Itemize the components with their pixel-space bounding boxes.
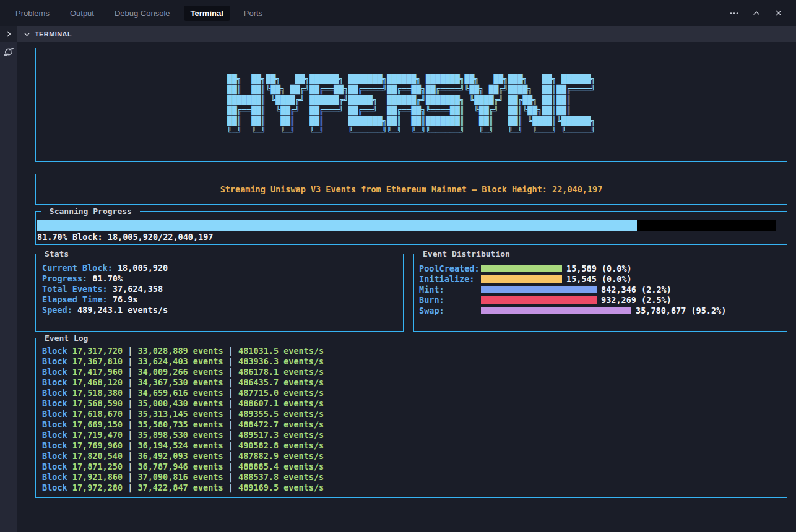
event-log-row: Block 17,871,250 | 36,787,946 events | 4… <box>42 461 781 472</box>
log-separator: | <box>123 483 137 492</box>
tab-terminal[interactable]: Terminal <box>184 6 230 21</box>
tab-problems[interactable]: Problems <box>9 6 56 21</box>
distribution-bar <box>481 296 597 304</box>
log-rate: 483936.3 events/s <box>238 356 324 366</box>
log-separator: | <box>223 419 238 429</box>
log-block-number: 17,820,540 <box>67 451 123 461</box>
scan-progress-fill <box>37 220 637 231</box>
stats-distribution-row: Stats Current Block: 18,005,920Progress:… <box>35 254 787 332</box>
event-log-box: Event Log Block 17,317,720 | 33,028,889 … <box>35 338 787 498</box>
log-separator: | <box>123 409 137 419</box>
log-separator: | <box>223 377 238 387</box>
hypersync-ascii-art: ██╗ ██╗██╗ ██╗██████╗ ███████╗██████╗ ██… <box>227 74 595 137</box>
event-distribution-box: Event Distribution PoolCreated:15,589 (0… <box>413 254 787 332</box>
log-events: 35,000,430 events <box>137 398 223 408</box>
log-events: 35,898,530 events <box>137 430 223 440</box>
distribution-bar <box>481 307 631 314</box>
streaming-message: Streaming Uniswap V3 Events from Ethereu… <box>220 184 603 194</box>
maximize-panel-icon[interactable] <box>751 8 761 18</box>
distribution-row: Initialize:15,545 (0.0%) <box>419 273 782 284</box>
distribution-value: 15,545 (0.0%) <box>566 274 632 284</box>
log-block-number: 17,972,280 <box>67 483 123 492</box>
log-events: 37,090,816 events <box>137 472 223 482</box>
distribution-label: Mint: <box>419 285 481 294</box>
log-events: 34,009,266 events <box>137 367 223 377</box>
log-separator: | <box>123 430 137 440</box>
close-panel-icon[interactable] <box>774 8 784 18</box>
distribution-row: Swap:35,780,677 (95.2%) <box>419 305 782 315</box>
more-actions-icon[interactable] <box>729 8 739 18</box>
log-block-number: 17,367,810 <box>67 356 123 366</box>
terminal-side-rail <box>0 26 17 532</box>
log-block-label: Block <box>42 398 67 408</box>
stat-row: Progress: 81.70% <box>42 273 397 284</box>
terminal-output-area[interactable]: ██╗ ██╗██╗ ██╗██████╗ ███████╗██████╗ ██… <box>17 42 796 532</box>
expand-tabs-list-icon[interactable] <box>5 30 12 38</box>
stat-value: 489,243.1 events/s <box>72 305 168 315</box>
terminal-section-header: TERMINAL <box>17 26 796 42</box>
log-block-number: 17,618,670 <box>67 409 123 419</box>
log-rate: 489355.5 events/s <box>238 409 324 419</box>
event-log-row: Block 17,468,120 | 34,367,530 events | 4… <box>42 377 781 388</box>
stat-label: Speed: <box>42 305 72 315</box>
log-separator: | <box>223 409 238 419</box>
stat-row: Current Block: 18,005,920 <box>42 263 397 273</box>
collapse-terminal-icon[interactable] <box>24 31 30 38</box>
log-separator: | <box>223 451 238 461</box>
log-separator: | <box>123 356 137 366</box>
log-separator: | <box>123 388 137 398</box>
hypersync-banner-box: ██╗ ██╗██╗ ██╗██████╗ ███████╗██████╗ ██… <box>35 48 787 162</box>
scan-progress-status: 81.70% Block: 18,005,920/22,040,197 <box>37 232 787 242</box>
streaming-message-box: Streaming Uniswap V3 Events from Ethereu… <box>35 174 787 205</box>
log-rate: 488537.8 events/s <box>238 472 324 482</box>
log-separator: | <box>223 346 238 356</box>
log-rate: 490582.8 events/s <box>238 440 324 450</box>
terminal-process-sync-icon[interactable] <box>3 46 14 60</box>
log-separator: | <box>123 398 137 408</box>
log-block-label: Block <box>42 346 67 356</box>
stats-title: Stats <box>41 249 72 259</box>
event-log-row: Block 17,518,380 | 34,659,616 events | 4… <box>42 388 781 398</box>
event-log-row: Block 17,719,470 | 35,898,530 events | 4… <box>42 430 781 440</box>
log-block-number: 17,921,860 <box>67 472 123 482</box>
distribution-value: 842,346 (2.2%) <box>601 285 672 294</box>
stat-value: 76.9s <box>108 294 138 304</box>
stat-label: Total Events: <box>42 284 108 294</box>
distribution-bar <box>481 286 597 293</box>
tab-debug-console[interactable]: Debug Console <box>108 6 177 21</box>
log-events: 33,028,889 events <box>137 346 223 356</box>
log-block-label: Block <box>42 440 67 450</box>
log-block-number: 17,568,590 <box>67 398 123 408</box>
log-separator: | <box>223 356 238 366</box>
event-distribution-title: Event Distribution <box>420 249 513 259</box>
scan-progress-track <box>37 220 776 231</box>
log-separator: | <box>223 440 238 450</box>
log-block-number: 17,518,380 <box>67 388 123 398</box>
rail-top <box>0 26 17 42</box>
log-separator: | <box>223 398 238 408</box>
tab-ports[interactable]: Ports <box>237 6 269 21</box>
log-separator: | <box>123 440 137 450</box>
distribution-value: 35,780,677 (95.2%) <box>636 306 726 315</box>
log-events: 36,492,093 events <box>137 451 223 461</box>
log-separator: | <box>123 367 137 377</box>
scanning-progress-title: Scanning Progress <box>41 206 140 217</box>
panel-body: TERMINAL ██╗ ██╗██╗ ██╗██████╗ ███████╗█… <box>0 26 796 532</box>
log-separator: | <box>123 419 137 429</box>
log-block-label: Block <box>42 377 67 387</box>
tab-output[interactable]: Output <box>63 6 101 21</box>
log-rate: 489517.3 events/s <box>238 430 324 440</box>
log-separator: | <box>123 377 137 387</box>
distribution-rows: PoolCreated:15,589 (0.0%)Initialize:15,5… <box>419 263 782 315</box>
log-rate: 486178.1 events/s <box>238 367 324 377</box>
distribution-value: 932,269 (2.5%) <box>601 295 672 305</box>
log-separator: | <box>123 472 137 482</box>
terminal-main: TERMINAL ██╗ ██╗██╗ ██╗██████╗ ███████╗█… <box>17 26 796 532</box>
log-block-label: Block <box>42 388 67 398</box>
stat-value: 18,005,920 <box>113 263 168 273</box>
panel-tabbar: Problems Output Debug Console Terminal P… <box>0 0 796 26</box>
log-block-label: Block <box>42 430 67 440</box>
log-separator: | <box>123 346 137 356</box>
distribution-row: Mint:842,346 (2.2%) <box>419 284 782 294</box>
event-log-row: Block 17,972,280 | 37,422,847 events | 4… <box>42 483 781 493</box>
